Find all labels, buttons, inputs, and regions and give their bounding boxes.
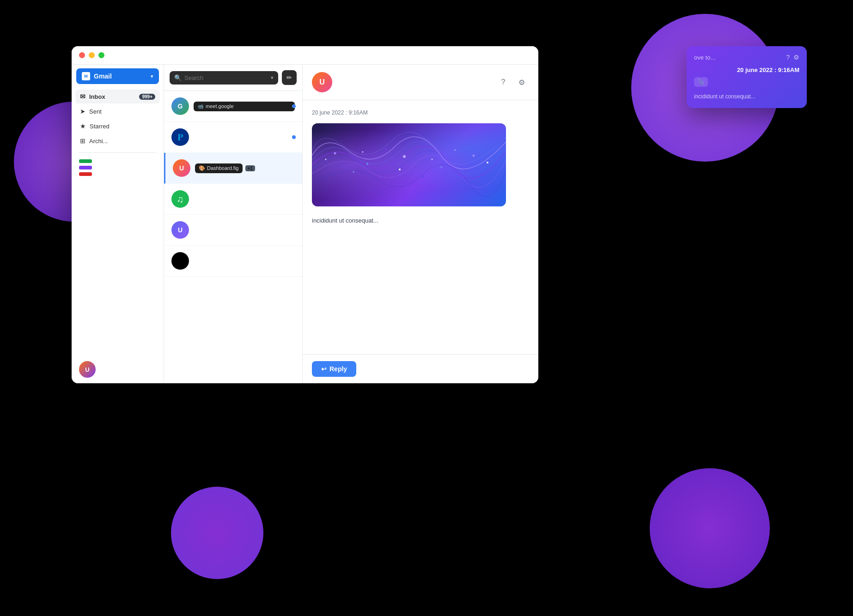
sidebar-item-archive-label: Archi...	[89, 138, 108, 145]
detail-body: 20 june 2022 : 9:16AM	[303, 100, 538, 354]
folder-list	[72, 159, 164, 176]
svg-point-0	[334, 152, 336, 155]
floating-card-date: 20 june 2022 : 9:16AM	[694, 66, 799, 73]
reply-icon: ↩	[321, 365, 327, 373]
svg-point-6	[385, 148, 387, 150]
floating-card-actions: ? ⚙	[786, 54, 799, 61]
email-snippet-google: 📹 meet.google	[194, 102, 295, 111]
detail-email-image	[312, 123, 506, 206]
inbox-badge: 999+	[139, 94, 155, 100]
chevron-down-icon: ▾	[151, 73, 153, 79]
help-icon[interactable]: ?	[786, 54, 790, 61]
gmail-label-wrap: M Gmail	[82, 72, 112, 80]
paypal-icon: 𝐏	[177, 132, 183, 143]
spotify-icon: ♫	[177, 194, 184, 205]
attachment-plus-label: +1	[245, 165, 255, 171]
email-avatar-apple	[171, 252, 189, 270]
search-input-wrap[interactable]: 🔍 ▾	[170, 71, 278, 85]
user-avatar[interactable]: U	[79, 361, 96, 378]
star-icon: ★	[80, 122, 86, 130]
detail-header-actions: ? ⚙	[496, 75, 529, 90]
email-item-dashboard[interactable]: U 🎨 Dashboard.fig +1	[164, 153, 302, 184]
sidebar-item-inbox-label: Inbox	[89, 93, 105, 100]
email-avatar-paypal: 𝐏	[171, 128, 189, 146]
network-visualization	[312, 123, 506, 206]
sidebar-item-sent[interactable]: ➤ Sent	[75, 104, 160, 118]
svg-point-3	[440, 166, 442, 168]
svg-point-5	[353, 171, 354, 173]
main-window: M Gmail ▾ ✉ Inbox 999+ ➤ Sent	[72, 46, 538, 383]
figma-icon: 🎨	[199, 165, 205, 171]
email-item-person2[interactable]: U	[164, 215, 302, 246]
floating-card-title: ove to...	[694, 54, 715, 61]
email-item-spotify[interactable]: ♫	[164, 184, 302, 215]
email-item-paypal[interactable]: 𝐏	[164, 122, 302, 153]
email-avatar-google: G	[171, 97, 189, 115]
maximize-button[interactable]	[98, 52, 104, 58]
email-attachment-meet: 📹 meet.google	[194, 102, 295, 111]
svg-point-12	[432, 159, 433, 160]
email-list: G 📹 meet.google 𝐏	[164, 91, 302, 383]
svg-point-9	[325, 159, 327, 160]
sidebar-item-archive[interactable]: ⊞ Archi...	[75, 134, 160, 148]
svg-point-4	[473, 155, 475, 157]
svg-point-7	[422, 175, 424, 177]
floating-card-attachment: 📎	[694, 77, 708, 87]
sidebar-nav: ✉ Inbox 999+ ➤ Sent ★ Starred	[72, 90, 164, 148]
inbox-icon: ✉	[80, 93, 85, 100]
svg-point-2	[403, 155, 406, 158]
compose-button[interactable]: ✏	[282, 70, 297, 85]
svg-point-11	[399, 169, 401, 170]
floating-card-text: incididunt ut consequat...	[694, 92, 799, 101]
traffic-lights	[79, 52, 104, 58]
sidebar-item-starred-left: ★ Starred	[80, 122, 110, 130]
svg-point-1	[366, 163, 368, 165]
search-chevron-icon[interactable]: ▾	[271, 75, 274, 81]
detail-header: U ? ⚙	[303, 65, 538, 100]
settings-button[interactable]: ⚙	[514, 75, 529, 90]
detail-footer: ↩ Reply	[303, 354, 538, 383]
gmail-icon: M	[82, 72, 90, 80]
email-avatar-person2: U	[171, 221, 189, 239]
svg-point-10	[362, 151, 364, 153]
gmail-dropdown[interactable]: M Gmail ▾	[76, 68, 159, 84]
sidebar-item-starred-label: Starred	[90, 123, 110, 130]
search-input[interactable]	[184, 74, 268, 81]
search-icon: 🔍	[174, 74, 182, 81]
sidebar-item-inbox-left: ✉ Inbox	[80, 93, 105, 100]
email-detail-panel: U ? ⚙ 20 june 2022 : 9:16AM	[303, 65, 538, 383]
detail-text-body: incididunt ut consequat...	[312, 216, 529, 226]
floating-card-header: ove to... ? ⚙	[694, 54, 799, 61]
reply-button[interactable]: ↩ Reply	[312, 361, 356, 377]
sidebar-item-archive-left: ⊞ Archi...	[80, 137, 108, 145]
email-avatar-spotify: ♫	[171, 190, 189, 208]
minimize-button[interactable]	[89, 52, 95, 58]
email-item-google[interactable]: G 📹 meet.google	[164, 91, 302, 122]
email-attachment-dashboard: 🎨 Dashboard.fig	[195, 163, 243, 173]
email-item-apple[interactable]	[164, 246, 302, 277]
dashboard-fig-label: Dashboard.fig	[207, 165, 239, 171]
folder-red[interactable]	[79, 172, 92, 176]
meet-icon: 📹	[197, 103, 204, 109]
sidebar-item-inbox[interactable]: ✉ Inbox 999+	[75, 90, 160, 103]
sidebar-item-starred[interactable]: ★ Starred	[75, 119, 160, 133]
sidebar: M Gmail ▾ ✉ Inbox 999+ ➤ Sent	[72, 65, 164, 383]
decorative-blob-bottom-right	[650, 468, 770, 588]
floating-email-card: ove to... ? ⚙ 20 june 2022 : 9:16AM 📎 in…	[687, 46, 807, 108]
app-body: M Gmail ▾ ✉ Inbox 999+ ➤ Sent	[72, 65, 538, 383]
search-bar: 🔍 ▾ ✏	[164, 65, 302, 91]
folder-purple[interactable]	[79, 166, 92, 169]
unread-indicator-google	[292, 104, 296, 108]
reply-label: Reply	[329, 365, 347, 373]
meet-label: meet.google	[206, 103, 234, 109]
help-button[interactable]: ?	[496, 75, 511, 90]
folder-green[interactable]	[79, 159, 92, 163]
sidebar-bottom: U	[72, 356, 164, 383]
email-avatar-person1: U	[173, 159, 190, 177]
sent-icon: ➤	[80, 108, 85, 115]
settings-icon[interactable]: ⚙	[793, 54, 799, 61]
detail-timestamp: 20 june 2022 : 9:16AM	[312, 109, 529, 116]
unread-indicator-paypal	[292, 135, 296, 139]
close-button[interactable]	[79, 52, 85, 58]
gmail-label-text: Gmail	[94, 72, 112, 80]
